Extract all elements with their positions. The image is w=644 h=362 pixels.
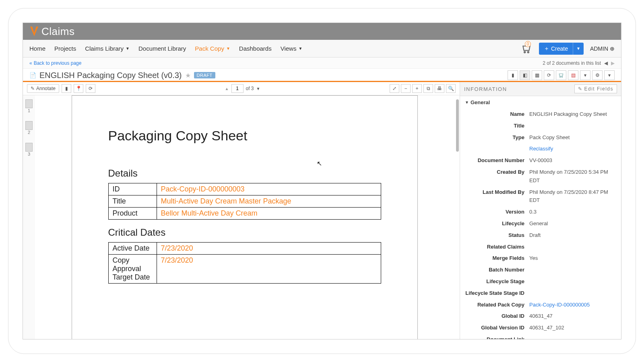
date-label: Copy Approval Target Date [108, 255, 157, 284]
field-value: VV-00003 [529, 156, 616, 165]
field-value [529, 243, 616, 251]
title-toolbar: ▮ ◧ ▦ ⟳ ▤ ▾ ⚙ ▾ [508, 70, 615, 80]
collapse-up-icon[interactable]: ▲ [225, 86, 229, 91]
nav-item-document-library[interactable]: Document Library [138, 45, 186, 52]
field-row: Merge FieldsYes [460, 253, 621, 264]
doc-heading: Packaging Copy Sheet [108, 128, 381, 144]
field-label: Related Pack Copy [465, 301, 529, 309]
section-general-toggle[interactable]: ▼ General [460, 96, 621, 109]
field-value: Yes [529, 254, 616, 263]
fullscreen-button[interactable]: ⤢ [390, 84, 399, 93]
page-number-input[interactable] [231, 84, 244, 93]
nav-item-label: Claims Library [85, 45, 124, 52]
field-row: Last Modified ByPhil Mondy on 7/25/2020 … [460, 187, 621, 207]
field-row: Version0.3 [460, 206, 621, 218]
admin-label: ADMIN [590, 45, 608, 52]
info-title: INFORMATION [464, 86, 507, 92]
detail-value: Bellor Multi-Active Day Cream [157, 208, 381, 220]
pin-button[interactable]: 📍 [74, 84, 83, 93]
field-row: Document Link [460, 334, 621, 339]
table-row: TitleMulti-Active Day Cream Master Packa… [108, 195, 381, 208]
bookmark-button[interactable]: ▮ [62, 84, 71, 93]
brand-text: Claims [41, 25, 74, 38]
svg-point-0 [524, 51, 525, 53]
refresh-button[interactable]: ⟳ [544, 70, 554, 80]
nav-item-label: Home [29, 45, 45, 52]
view-grid-button[interactable]: ▦ [532, 70, 542, 80]
nav-item-label: Views [281, 45, 297, 52]
field-row: Related Claims [460, 241, 621, 253]
field-row: Title [460, 120, 621, 132]
chevron-down-icon: ▼ [298, 46, 302, 51]
edit-fields-label: Edit Fields [584, 86, 613, 92]
field-label: Global ID [465, 312, 529, 321]
back-link[interactable]: « Back to previous page [29, 60, 81, 66]
thumb-2[interactable]: 2 [25, 121, 33, 135]
date-value: 7/23/2020 [157, 255, 381, 284]
fit-page-button[interactable]: ⧉ [423, 84, 433, 93]
brand-v-icon [29, 26, 39, 37]
field-label: Related Claims [465, 243, 529, 251]
create-button[interactable]: ＋ Create [539, 43, 573, 55]
favorite-star-icon[interactable]: ★ [185, 72, 191, 79]
content-row: ✎ Annotate ▮ 📍 ⟳ ▲ of 3 ▼ ⤢ [23, 82, 621, 339]
field-label: Lifecycle [465, 220, 529, 228]
thumb-1[interactable]: 1 [25, 99, 33, 113]
brand-bar: Claims [23, 23, 621, 40]
field-label: Lifecycle State Stage ID [465, 289, 529, 298]
field-label: Batch Number [465, 266, 529, 274]
field-row: LifecycleGeneral [460, 218, 621, 230]
export-pdf-button[interactable]: ▤ [568, 70, 578, 80]
settings-dropdown-button[interactable]: ▾ [604, 70, 615, 80]
pager-prev-button[interactable]: ◀ [604, 60, 608, 66]
nav-item-label: Projects [54, 45, 76, 52]
scrollbar-thumb[interactable] [456, 99, 459, 152]
cart-button[interactable]: 0 [521, 43, 533, 54]
annotate-label: Annotate [36, 86, 56, 91]
create-dropdown-button[interactable]: ▼ [573, 43, 584, 55]
print-button[interactable]: 🖶 [435, 84, 444, 93]
field-value [529, 266, 616, 274]
view-full-button[interactable]: ▮ [508, 70, 518, 80]
nav-item-views[interactable]: Views▼ [281, 45, 303, 52]
nav-item-claims-library[interactable]: Claims Library▼ [85, 45, 130, 52]
field-value: Phil Mondy on 7/25/2020 5:34 PM EDT [529, 168, 616, 185]
admin-menu[interactable]: ADMIN ⊕ [590, 45, 615, 52]
zoom-out-button[interactable]: − [401, 84, 411, 93]
nav-item-dashboards[interactable]: Dashboards [239, 45, 272, 52]
info-header: INFORMATION ✎ Edit Fields [460, 82, 621, 96]
pdf-icon: 📄 [29, 72, 36, 78]
export-dropdown-button[interactable]: ▾ [580, 70, 590, 80]
nav-item-home[interactable]: Home [29, 45, 45, 52]
chevron-down-icon: ▼ [226, 46, 230, 51]
nav-item-pack-copy[interactable]: Pack Copy▼ [195, 45, 230, 52]
edit-fields-button[interactable]: ✎ Edit Fields [574, 84, 617, 93]
field-row: Lifecycle Stage [460, 276, 621, 288]
reload-button[interactable]: ⟳ [86, 84, 95, 93]
pencil-icon: ✎ [578, 86, 583, 92]
brand-logo[interactable]: Claims [29, 25, 74, 38]
annotate-button[interactable]: ✎ Annotate [27, 84, 59, 93]
page-title: ENGLISH Packaging Copy Sheet (v0.3) [39, 71, 182, 80]
detail-label: Title [108, 195, 157, 208]
plus-icon: ＋ [544, 45, 549, 52]
table-row: ProductBellor Multi-Active Day Cream [108, 208, 381, 220]
nav-item-label: Document Library [138, 45, 186, 52]
field-row: Global Version ID40631_47_102 [460, 322, 621, 334]
thumbnail-strip: 1 2 3 [23, 95, 35, 339]
page-dropdown-icon[interactable]: ▼ [256, 86, 260, 91]
zoom-in-button[interactable]: + [412, 84, 422, 93]
field-label: Lifecycle Stage [465, 278, 529, 286]
add-cart-button[interactable] [556, 70, 566, 80]
field-value: Phil Mondy on 7/25/2020 8:47 PM EDT [529, 188, 616, 205]
thumb-3[interactable]: 3 [25, 143, 33, 156]
document-scroll-area[interactable]: Packaging Copy Sheet Details IDPack-Copy… [35, 95, 460, 339]
field-value-link[interactable]: Pack-Copy-ID-000000005 [529, 301, 616, 309]
nav-item-projects[interactable]: Projects [54, 45, 76, 52]
field-row: Reclassify [460, 143, 621, 155]
field-value-link[interactable]: Reclassify [529, 145, 616, 153]
settings-gear-button[interactable]: ⚙ [592, 70, 603, 80]
view-split-button[interactable]: ◧ [520, 70, 530, 80]
search-button[interactable]: 🔍 [446, 84, 456, 93]
pager-next-button[interactable]: ▶ [611, 60, 615, 66]
